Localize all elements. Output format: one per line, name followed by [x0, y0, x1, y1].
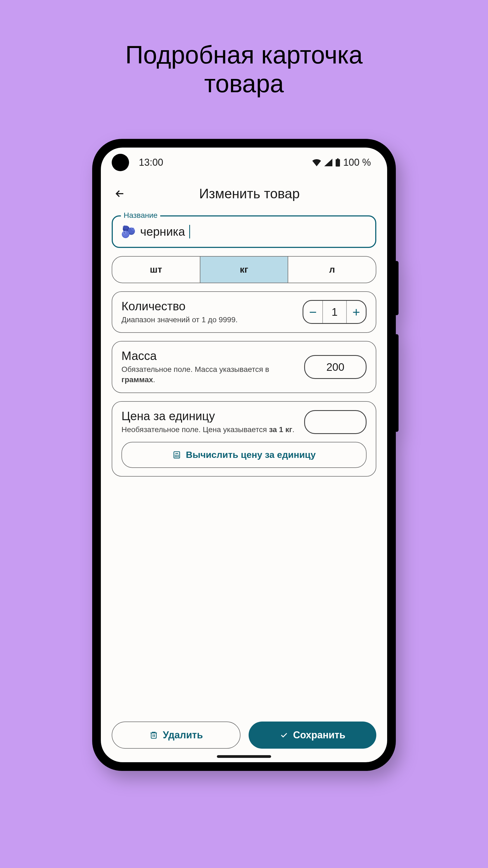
- svg-point-7: [175, 457, 175, 457]
- phone-volume-button: [395, 334, 398, 432]
- quantity-increment-button[interactable]: +: [347, 301, 366, 323]
- svg-point-5: [176, 455, 177, 456]
- calculate-price-label: Вычислить цену за единицу: [186, 450, 316, 460]
- price-subtitle: Необязательное поле. Цена указывается за…: [122, 425, 299, 435]
- phone-frame: 13:00 100 % Изменить товар Название: [92, 139, 396, 771]
- mass-title: Масса: [122, 349, 299, 363]
- promo-line2: товара: [204, 70, 284, 97]
- delete-button[interactable]: Удалить: [112, 721, 240, 749]
- name-field-label: Название: [121, 211, 160, 220]
- price-input[interactable]: [304, 410, 366, 434]
- content-area: Название 🫐 черника шт кг л Количество: [101, 210, 387, 713]
- app-bar: Изменить товар: [101, 177, 387, 210]
- svg-rect-0: [337, 158, 338, 159]
- mass-input[interactable]: 200: [304, 355, 366, 379]
- mass-subtitle: Обязательное поле. Масса указывается в г…: [122, 364, 299, 385]
- unit-option-liters[interactable]: л: [288, 257, 376, 283]
- signal-icon: [324, 159, 332, 166]
- unit-segmented-control: шт кг л: [112, 256, 376, 283]
- status-icons: 100 %: [312, 157, 371, 168]
- status-time: 13:00: [139, 157, 163, 168]
- calculate-price-button[interactable]: Вычислить цену за единицу: [122, 442, 366, 468]
- phone-power-button: [395, 261, 398, 315]
- save-button[interactable]: Сохранить: [249, 721, 376, 749]
- svg-point-8: [176, 457, 177, 457]
- price-card: Цена за единицу Необязательное поле. Цен…: [112, 401, 376, 476]
- gesture-bar[interactable]: [217, 755, 271, 758]
- blueberry-emoji-icon: 🫐: [121, 225, 136, 239]
- text-cursor: [189, 225, 190, 239]
- svg-point-4: [175, 455, 175, 456]
- svg-rect-10: [151, 733, 156, 738]
- wifi-icon: [312, 159, 322, 166]
- quantity-title: Количество: [122, 300, 297, 313]
- battery-icon: [335, 158, 340, 166]
- quantity-stepper: − 1 +: [302, 300, 366, 324]
- screen: 13:00 100 % Изменить товар Название: [101, 148, 387, 762]
- unit-option-pieces[interactable]: шт: [112, 257, 200, 283]
- trash-icon: [150, 731, 158, 739]
- svg-point-9: [178, 457, 178, 457]
- mass-card: Масса Обязательное поле. Масса указывает…: [112, 341, 376, 393]
- unit-option-kg[interactable]: кг: [200, 257, 288, 283]
- back-button[interactable]: [112, 186, 128, 202]
- mass-value: 200: [326, 361, 345, 373]
- footer-actions: Удалить Сохранить: [101, 713, 387, 762]
- price-title: Цена за единицу: [122, 409, 299, 423]
- name-field[interactable]: Название 🫐 черника: [112, 215, 376, 248]
- check-icon: [280, 731, 288, 739]
- svg-rect-1: [336, 159, 340, 166]
- quantity-card: Количество Диапазон значений от 1 до 999…: [112, 291, 376, 333]
- quantity-subtitle: Диапазон значений от 1 до 9999.: [122, 315, 297, 325]
- calculator-icon: [172, 451, 181, 459]
- battery-percent: 100 %: [343, 157, 371, 168]
- status-bar: 13:00 100 %: [101, 148, 387, 177]
- quantity-value[interactable]: 1: [322, 301, 347, 323]
- name-field-value: черника: [140, 225, 185, 239]
- arrow-left-icon: [114, 188, 126, 199]
- promo-title: Подробная карточка товара: [125, 41, 363, 98]
- delete-label: Удалить: [163, 730, 203, 741]
- save-label: Сохранить: [293, 730, 346, 741]
- camera-cutout: [112, 154, 129, 171]
- svg-point-6: [178, 455, 178, 456]
- quantity-decrement-button[interactable]: −: [303, 301, 322, 323]
- promo-line1: Подробная карточка: [125, 41, 363, 69]
- page-title: Изменить товар: [139, 186, 360, 202]
